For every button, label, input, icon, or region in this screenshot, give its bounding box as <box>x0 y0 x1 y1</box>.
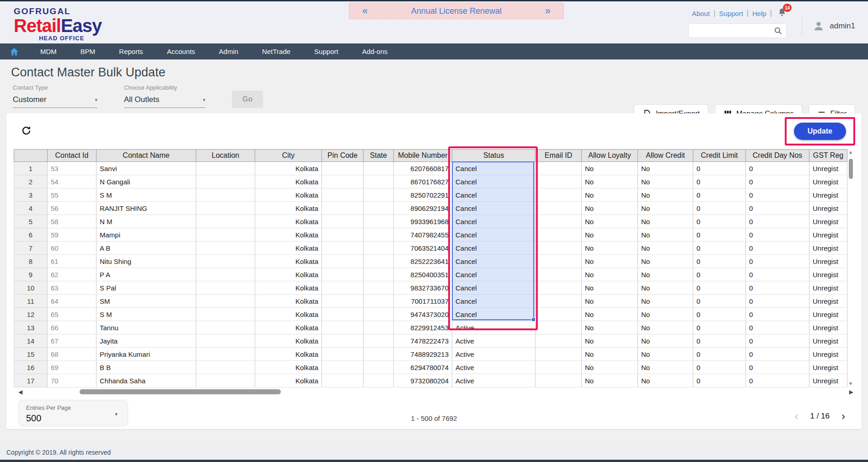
table-cell[interactable]: 64 <box>48 295 96 308</box>
row-number-cell[interactable]: 5 <box>14 215 48 228</box>
table-cell[interactable]: 0 <box>693 255 746 268</box>
table-cell[interactable] <box>322 361 364 374</box>
status-cell[interactable]: Cancel <box>452 175 536 188</box>
table-cell[interactable] <box>364 334 394 348</box>
table-cell[interactable] <box>536 281 582 295</box>
table-cell[interactable]: Priyanka Kumari <box>96 348 196 361</box>
table-cell[interactable]: 0 <box>693 228 746 242</box>
table-cell[interactable] <box>322 242 364 255</box>
refresh-button[interactable] <box>21 125 32 138</box>
table-cell[interactable]: No <box>582 374 638 387</box>
vertical-scroll-thumb[interactable] <box>849 159 853 179</box>
table-cell[interactable] <box>196 202 255 215</box>
table-cell[interactable]: 0 <box>746 188 809 202</box>
column-header-gst-reg[interactable]: GST Reg <box>809 150 847 162</box>
status-cell[interactable]: Cancel <box>452 281 536 295</box>
table-cell[interactable] <box>536 175 582 188</box>
column-header-status[interactable]: Status <box>452 150 536 162</box>
table-cell[interactable]: No <box>638 215 693 228</box>
nav-item-nettrade[interactable]: NetTrade <box>250 48 302 55</box>
table-cell[interactable] <box>322 255 364 268</box>
table-cell[interactable] <box>322 202 364 215</box>
table-cell[interactable] <box>196 348 255 361</box>
status-cell[interactable]: Cancel <box>452 228 536 242</box>
row-number-cell[interactable]: 3 <box>14 188 48 202</box>
table-cell[interactable]: Jayita <box>96 334 196 348</box>
user-block[interactable]: admin1 <box>802 16 855 36</box>
table-cell[interactable] <box>536 321 582 334</box>
table-cell[interactable] <box>536 188 582 202</box>
table-cell[interactable]: Kolkata <box>255 162 322 175</box>
table-cell[interactable]: No <box>638 242 693 255</box>
table-cell[interactable]: Unregist <box>809 162 847 175</box>
table-cell[interactable]: Kolkata <box>255 202 322 215</box>
column-header-state[interactable]: State <box>364 150 394 162</box>
row-number-cell[interactable]: 4 <box>14 202 48 215</box>
table-cell[interactable] <box>322 215 364 228</box>
table-cell[interactable] <box>196 295 255 308</box>
table-cell[interactable]: N M <box>96 215 196 228</box>
table-cell[interactable]: Unregist <box>809 255 847 268</box>
table-cell[interactable] <box>536 202 582 215</box>
table-cell[interactable] <box>322 268 364 281</box>
table-cell[interactable] <box>364 268 394 281</box>
row-number-cell[interactable]: 14 <box>14 334 48 348</box>
column-header-credit-limit[interactable]: Credit Limit <box>693 150 746 162</box>
table-cell[interactable] <box>196 334 255 348</box>
table-cell[interactable] <box>196 374 255 387</box>
table-cell[interactable]: Unregist <box>809 361 847 374</box>
table-cell[interactable]: Unregist <box>809 202 847 215</box>
table-cell[interactable]: No <box>582 175 638 188</box>
table-cell[interactable]: No <box>582 321 638 334</box>
horizontal-scrollbar[interactable]: ◀ ▶ <box>14 387 854 397</box>
table-cell[interactable]: No <box>582 361 638 374</box>
column-header-allow-credit[interactable]: Allow Credit <box>638 150 693 162</box>
table-cell[interactable]: 8250400351 <box>394 268 452 281</box>
table-cell[interactable]: 0 <box>746 281 809 295</box>
table-cell[interactable]: No <box>582 334 638 348</box>
table-cell[interactable]: Kolkata <box>255 255 322 268</box>
banner-prev-icon[interactable]: « <box>362 6 368 16</box>
table-cell[interactable]: S M <box>96 308 196 321</box>
table-cell[interactable]: 69 <box>48 361 96 374</box>
table-cell[interactable]: 0 <box>746 228 809 242</box>
table-cell[interactable]: 0 <box>746 361 809 374</box>
table-cell[interactable]: No <box>582 255 638 268</box>
table-cell[interactable]: No <box>582 281 638 295</box>
search-input[interactable] <box>691 27 774 34</box>
table-cell[interactable]: No <box>582 215 638 228</box>
table-cell[interactable]: 0 <box>693 348 746 361</box>
table-cell[interactable]: 6294780074 <box>394 361 452 374</box>
table-cell[interactable]: 0 <box>746 255 809 268</box>
table-cell[interactable]: Unregist <box>809 242 847 255</box>
prev-page-icon[interactable]: ‹ <box>794 411 798 422</box>
nav-item-add-ons[interactable]: Add-ons <box>350 48 400 55</box>
status-cell[interactable]: Cancel <box>452 242 536 255</box>
scroll-right-icon[interactable]: ▶ <box>849 389 853 395</box>
table-cell[interactable]: 9933961968 <box>394 215 452 228</box>
table-cell[interactable]: 0 <box>746 295 809 308</box>
table-cell[interactable]: 0 <box>746 334 809 348</box>
table-cell[interactable] <box>196 308 255 321</box>
table-cell[interactable] <box>196 361 255 374</box>
home-button[interactable] <box>0 47 28 57</box>
row-number-cell[interactable]: 11 <box>14 295 48 308</box>
table-cell[interactable]: No <box>638 334 693 348</box>
nav-item-mdm[interactable]: MDM <box>28 48 69 55</box>
row-number-cell[interactable]: 9 <box>14 268 48 281</box>
nav-item-reports[interactable]: Reports <box>107 48 155 55</box>
table-cell[interactable]: 8670176827 <box>394 175 452 188</box>
status-cell[interactable]: Cancel <box>452 188 536 202</box>
table-cell[interactable]: Kolkata <box>255 215 322 228</box>
table-cell[interactable]: 0 <box>746 162 809 175</box>
header-link-help[interactable]: Help <box>752 10 766 17</box>
header-searchbox[interactable] <box>688 23 787 38</box>
table-cell[interactable]: No <box>638 202 693 215</box>
table-cell[interactable]: 0 <box>746 175 809 188</box>
status-cell[interactable]: Active <box>452 334 536 348</box>
table-cell[interactable] <box>196 242 255 255</box>
row-number-cell[interactable]: 13 <box>14 321 48 334</box>
table-cell[interactable]: A B <box>96 242 196 255</box>
status-cell[interactable]: Cancel <box>452 268 536 281</box>
table-cell[interactable] <box>196 215 255 228</box>
